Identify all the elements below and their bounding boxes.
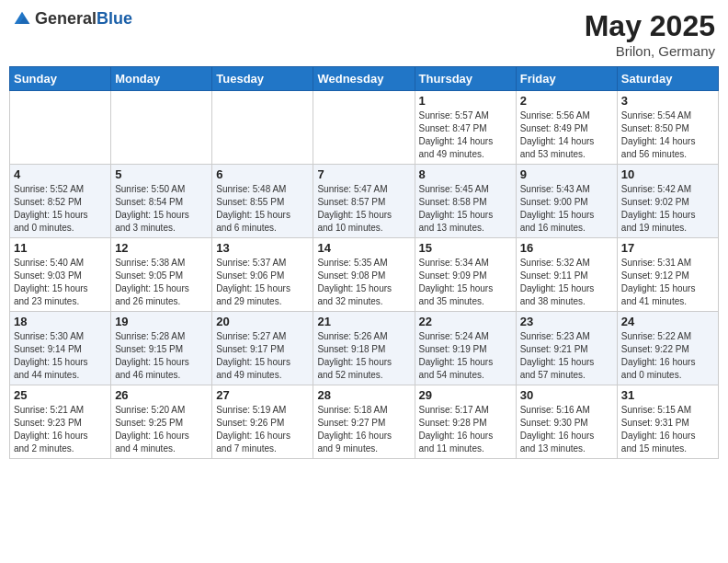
calendar-cell: 4Sunrise: 5:52 AM Sunset: 8:52 PM Daylig… — [10, 165, 111, 238]
calendar-cell: 27Sunrise: 5:19 AM Sunset: 9:26 PM Dayli… — [212, 385, 313, 459]
header-wednesday: Wednesday — [313, 67, 415, 91]
day-number: 1 — [419, 94, 512, 108]
day-info: Sunrise: 5:42 AM Sunset: 9:02 PM Dayligh… — [621, 183, 714, 235]
header-thursday: Thursday — [415, 67, 516, 91]
day-info: Sunrise: 5:54 AM Sunset: 8:50 PM Dayligh… — [621, 109, 714, 161]
day-number: 17 — [621, 241, 714, 255]
calendar-cell — [212, 91, 313, 165]
day-number: 12 — [115, 241, 208, 255]
header-friday: Friday — [516, 67, 617, 91]
day-number: 7 — [317, 167, 410, 181]
calendar-cell: 17Sunrise: 5:31 AM Sunset: 9:12 PM Dayli… — [617, 238, 718, 312]
header-saturday: Saturday — [617, 67, 718, 91]
calendar-table: Sunday Monday Tuesday Wednesday Thursday… — [9, 66, 719, 459]
day-number: 8 — [419, 167, 512, 181]
calendar-cell — [111, 91, 212, 165]
day-info: Sunrise: 5:26 AM Sunset: 9:18 PM Dayligh… — [317, 330, 410, 382]
calendar-cell: 29Sunrise: 5:17 AM Sunset: 9:28 PM Dayli… — [415, 385, 516, 459]
day-info: Sunrise: 5:28 AM Sunset: 9:15 PM Dayligh… — [115, 330, 208, 382]
calendar-cell: 20Sunrise: 5:27 AM Sunset: 9:17 PM Dayli… — [212, 312, 313, 385]
calendar-cell: 1Sunrise: 5:57 AM Sunset: 8:47 PM Daylig… — [415, 91, 516, 165]
day-info: Sunrise: 5:50 AM Sunset: 8:54 PM Dayligh… — [115, 183, 208, 235]
day-info: Sunrise: 5:45 AM Sunset: 8:58 PM Dayligh… — [419, 183, 512, 235]
calendar-title: May 2025 — [585, 9, 715, 43]
day-number: 2 — [520, 94, 613, 108]
day-number: 5 — [115, 167, 208, 181]
day-info: Sunrise: 5:35 AM Sunset: 9:08 PM Dayligh… — [317, 257, 410, 308]
day-number: 30 — [520, 388, 613, 402]
day-info: Sunrise: 5:37 AM Sunset: 9:06 PM Dayligh… — [216, 257, 309, 308]
day-number: 22 — [419, 315, 512, 328]
logo-icon — [13, 10, 31, 29]
day-number: 18 — [14, 315, 107, 328]
day-info: Sunrise: 5:56 AM Sunset: 8:49 PM Dayligh… — [520, 109, 613, 161]
calendar-location: Brilon, Germany — [585, 43, 715, 59]
day-number: 25 — [14, 388, 107, 402]
day-number: 20 — [216, 315, 309, 328]
calendar-cell: 22Sunrise: 5:24 AM Sunset: 9:19 PM Dayli… — [415, 312, 516, 385]
calendar-cell — [10, 91, 111, 165]
day-info: Sunrise: 5:18 AM Sunset: 9:27 PM Dayligh… — [317, 404, 410, 455]
calendar-cell: 25Sunrise: 5:21 AM Sunset: 9:23 PM Dayli… — [10, 385, 111, 459]
calendar-cell: 19Sunrise: 5:28 AM Sunset: 9:15 PM Dayli… — [111, 312, 212, 385]
day-number: 28 — [317, 388, 410, 402]
day-info: Sunrise: 5:34 AM Sunset: 9:09 PM Dayligh… — [419, 257, 512, 308]
day-number: 10 — [621, 167, 714, 181]
calendar-cell: 7Sunrise: 5:47 AM Sunset: 8:57 PM Daylig… — [313, 165, 415, 238]
day-number: 3 — [621, 94, 714, 108]
day-number: 21 — [317, 315, 410, 328]
day-info: Sunrise: 5:24 AM Sunset: 9:19 PM Dayligh… — [419, 330, 512, 382]
calendar-cell: 23Sunrise: 5:23 AM Sunset: 9:21 PM Dayli… — [516, 312, 617, 385]
calendar-cell: 31Sunrise: 5:15 AM Sunset: 9:31 PM Dayli… — [617, 385, 718, 459]
calendar-cell: 12Sunrise: 5:38 AM Sunset: 9:05 PM Dayli… — [111, 238, 212, 312]
calendar-cell — [313, 91, 415, 165]
calendar-cell: 18Sunrise: 5:30 AM Sunset: 9:14 PM Dayli… — [10, 312, 111, 385]
day-number: 26 — [115, 388, 208, 402]
calendar-cell: 30Sunrise: 5:16 AM Sunset: 9:30 PM Dayli… — [516, 385, 617, 459]
day-info: Sunrise: 5:27 AM Sunset: 9:17 PM Dayligh… — [216, 330, 309, 382]
calendar-week-4: 18Sunrise: 5:30 AM Sunset: 9:14 PM Dayli… — [10, 312, 719, 385]
header-tuesday: Tuesday — [212, 67, 313, 91]
day-info: Sunrise: 5:32 AM Sunset: 9:11 PM Dayligh… — [520, 257, 613, 308]
day-info: Sunrise: 5:40 AM Sunset: 9:03 PM Dayligh… — [14, 257, 107, 308]
logo-text: GeneralBlue — [35, 9, 132, 29]
calendar-week-3: 11Sunrise: 5:40 AM Sunset: 9:03 PM Dayli… — [10, 238, 719, 312]
day-number: 4 — [14, 167, 107, 181]
calendar-cell: 21Sunrise: 5:26 AM Sunset: 9:18 PM Dayli… — [313, 312, 415, 385]
day-info: Sunrise: 5:30 AM Sunset: 9:14 PM Dayligh… — [14, 330, 107, 382]
day-number: 11 — [14, 241, 107, 255]
day-info: Sunrise: 5:23 AM Sunset: 9:21 PM Dayligh… — [520, 330, 613, 382]
day-info: Sunrise: 5:57 AM Sunset: 8:47 PM Dayligh… — [419, 109, 512, 161]
calendar-cell: 15Sunrise: 5:34 AM Sunset: 9:09 PM Dayli… — [415, 238, 516, 312]
calendar-cell: 9Sunrise: 5:43 AM Sunset: 9:00 PM Daylig… — [516, 165, 617, 238]
day-number: 6 — [216, 167, 309, 181]
day-info: Sunrise: 5:52 AM Sunset: 8:52 PM Dayligh… — [14, 183, 107, 235]
day-number: 27 — [216, 388, 309, 402]
day-number: 13 — [216, 241, 309, 255]
title-block: May 2025 Brilon, Germany — [585, 9, 715, 59]
day-info: Sunrise: 5:48 AM Sunset: 8:55 PM Dayligh… — [216, 183, 309, 235]
day-number: 15 — [419, 241, 512, 255]
calendar-cell: 28Sunrise: 5:18 AM Sunset: 9:27 PM Dayli… — [313, 385, 415, 459]
day-info: Sunrise: 5:19 AM Sunset: 9:26 PM Dayligh… — [216, 404, 309, 455]
day-number: 31 — [621, 388, 714, 402]
day-info: Sunrise: 5:21 AM Sunset: 9:23 PM Dayligh… — [14, 404, 107, 455]
day-info: Sunrise: 5:15 AM Sunset: 9:31 PM Dayligh… — [621, 404, 714, 455]
calendar-cell: 24Sunrise: 5:22 AM Sunset: 9:22 PM Dayli… — [617, 312, 718, 385]
calendar-cell: 10Sunrise: 5:42 AM Sunset: 9:02 PM Dayli… — [617, 165, 718, 238]
calendar-cell: 26Sunrise: 5:20 AM Sunset: 9:25 PM Dayli… — [111, 385, 212, 459]
day-info: Sunrise: 5:47 AM Sunset: 8:57 PM Dayligh… — [317, 183, 410, 235]
page-header: GeneralBlue May 2025 Brilon, Germany — [9, 9, 719, 59]
calendar-cell: 5Sunrise: 5:50 AM Sunset: 8:54 PM Daylig… — [111, 165, 212, 238]
day-number: 29 — [419, 388, 512, 402]
header-monday: Monday — [111, 67, 212, 91]
day-number: 9 — [520, 167, 613, 181]
day-info: Sunrise: 5:43 AM Sunset: 9:00 PM Dayligh… — [520, 183, 613, 235]
calendar-cell: 8Sunrise: 5:45 AM Sunset: 8:58 PM Daylig… — [415, 165, 516, 238]
header-sunday: Sunday — [10, 67, 111, 91]
calendar-week-2: 4Sunrise: 5:52 AM Sunset: 8:52 PM Daylig… — [10, 165, 719, 238]
calendar-cell: 3Sunrise: 5:54 AM Sunset: 8:50 PM Daylig… — [617, 91, 718, 165]
day-info: Sunrise: 5:17 AM Sunset: 9:28 PM Dayligh… — [419, 404, 512, 455]
calendar-week-5: 25Sunrise: 5:21 AM Sunset: 9:23 PM Dayli… — [10, 385, 719, 459]
day-number: 14 — [317, 241, 410, 255]
